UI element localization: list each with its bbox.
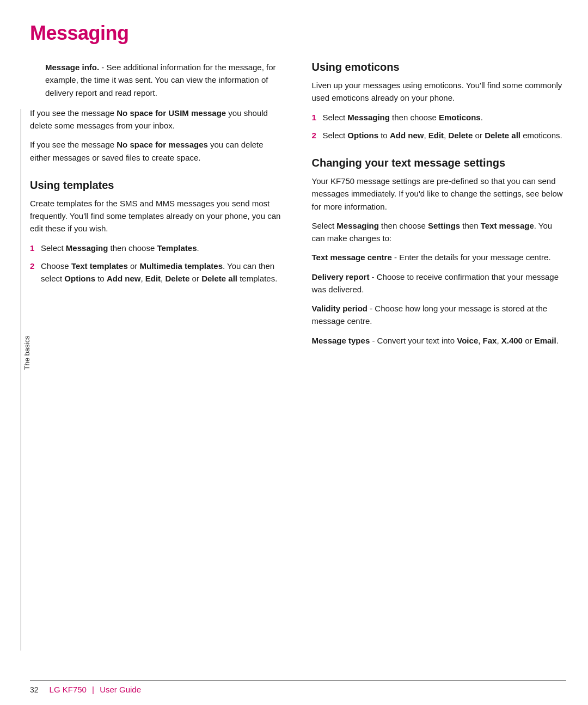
step-2-bold1: Text templates xyxy=(71,261,128,271)
page-number: 32 xyxy=(30,685,39,694)
templates-intro: Create templates for the SMS and MMS mes… xyxy=(30,197,285,235)
validity-period-item: Validity period - Choose how long your m… xyxy=(312,302,567,328)
right-column: Using emoticons Liven up your messages u… xyxy=(312,61,567,353)
using-emoticons-heading: Using emoticons xyxy=(312,61,567,73)
step-1-bold2: Templates xyxy=(157,243,197,253)
email-bold: Email xyxy=(535,336,556,345)
message-types-item: Message types - Convert your text into V… xyxy=(312,334,567,347)
emoticons-step-2-num: 2 xyxy=(312,129,320,142)
delivery-report-item: Delivery report - Choose to receive conf… xyxy=(312,271,567,296)
message-info-block: Message info. - See additional informati… xyxy=(30,61,285,99)
step-2-bold6: Delete xyxy=(165,274,189,283)
page-container: The basics Messaging Message info. - See… xyxy=(0,0,588,705)
step-1-text: Select Messaging then choose Templates. xyxy=(41,242,285,254)
step-2-bold7: Delete all xyxy=(201,274,237,283)
step-2-bold2: Multimedia templates xyxy=(140,261,223,271)
emoticons-step-2-bold4: Delete xyxy=(448,131,473,140)
message-types-bold: Message types xyxy=(312,336,370,345)
emoticons-step-1-num: 1 xyxy=(312,111,320,124)
emoticons-step-2-bold2: Add new xyxy=(390,131,424,140)
two-columns: Message info. - See additional informati… xyxy=(30,61,566,353)
emoticons-step-2-bold5: Delete all xyxy=(485,131,520,140)
footer-separator: | xyxy=(90,685,96,694)
emoticons-step-2-text: Select Options to Add new, Edit, Delete … xyxy=(323,129,567,142)
footer-brand-name: LG KF750 xyxy=(50,685,87,694)
sidebar-line xyxy=(21,109,21,651)
settings-select-text: Select Messaging then choose Settings th… xyxy=(312,219,567,245)
emoticons-intro: Liven up your messages using emoticons. … xyxy=(312,79,567,105)
step-1-bold1: Messaging xyxy=(66,243,108,253)
templates-step-2: 2 Choose Text templates or Multimedia te… xyxy=(30,260,285,285)
emoticons-step-1: 1 Select Messaging then choose Emoticons… xyxy=(312,111,567,124)
emoticons-step-2-bold3: Edit xyxy=(428,131,444,140)
emoticons-step-1-bold2: Emoticons xyxy=(439,113,481,122)
step-2-num: 2 xyxy=(30,260,38,285)
emoticons-step-2-bold1: Options xyxy=(347,131,378,140)
step-2-bold5: Edit xyxy=(145,274,161,283)
no-space-usim-para: If you see the message No space for USIM… xyxy=(30,107,285,132)
settings-bold-textmessage: Text message xyxy=(481,221,534,230)
no-space-messages-bold: No space for messages xyxy=(117,140,208,149)
emoticons-step-2: 2 Select Options to Add new, Edit, Delet… xyxy=(312,129,567,142)
emoticons-step-1-text: Select Messaging then choose Emoticons. xyxy=(323,111,567,124)
step-2-bold4: Add new xyxy=(107,274,141,283)
voice-bold: Voice xyxy=(457,336,478,345)
validity-period-bold: Validity period xyxy=(312,304,368,313)
page-title: Messaging xyxy=(30,22,566,45)
changing-settings-heading: Changing your text message settings xyxy=(312,157,567,169)
step-1-num: 1 xyxy=(30,242,38,254)
emoticons-step-1-bold1: Messaging xyxy=(347,113,390,122)
using-templates-heading: Using templates xyxy=(30,179,285,192)
message-info-bold: Message info. xyxy=(45,63,99,72)
footer-brand: LG KF750 | User Guide xyxy=(50,685,141,694)
main-content: Messaging Message info. - See additional… xyxy=(30,22,566,672)
templates-steps: 1 Select Messaging then choose Templates… xyxy=(30,242,285,285)
settings-bold-messaging: Messaging xyxy=(336,221,379,230)
step-2-text: Choose Text templates or Multimedia temp… xyxy=(41,260,285,285)
fax-bold: Fax xyxy=(483,336,497,345)
footer-guide: User Guide xyxy=(100,685,141,694)
settings-intro: Your KF750 message settings are pre-defi… xyxy=(312,175,567,213)
emoticons-steps: 1 Select Messaging then choose Emoticons… xyxy=(312,111,567,142)
templates-step-1: 1 Select Messaging then choose Templates… xyxy=(30,242,285,254)
x400-bold: X.400 xyxy=(501,336,523,345)
footer: 32 LG KF750 | User Guide xyxy=(30,680,566,694)
text-message-centre-item: Text message centre - Enter the details … xyxy=(312,251,567,263)
step-2-bold3: Options xyxy=(64,274,95,283)
delivery-report-bold: Delivery report xyxy=(312,272,370,281)
no-space-usim-bold: No space for USIM message xyxy=(117,108,226,118)
text-message-centre-bold: Text message centre xyxy=(312,253,392,262)
left-column: Message info. - See additional informati… xyxy=(30,61,285,353)
settings-bold-settings: Settings xyxy=(428,221,460,230)
no-space-messages-para: If you see the message No space for mess… xyxy=(30,138,285,164)
